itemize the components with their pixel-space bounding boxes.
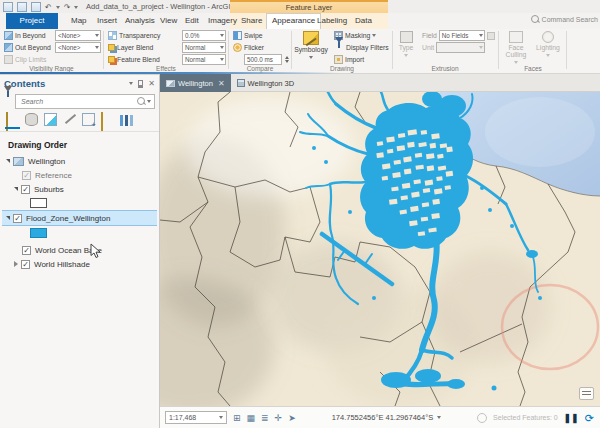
extrusion-field-control[interactable]: Field No Fields: [422, 30, 495, 41]
list-by-data-source-button[interactable]: [25, 113, 38, 126]
masking-label: Masking: [345, 32, 370, 39]
pointer-icon[interactable]: ➤: [288, 413, 296, 423]
tab-view[interactable]: View: [155, 13, 182, 29]
redo-icon[interactable]: ↷: [64, 3, 71, 12]
checkbox-checked-icon[interactable]: [21, 260, 30, 269]
display-filters-icon: [335, 37, 343, 50]
map-status-bar: 1:17,468 ⊞ ▦ ≣ ✛ ➤ 174.7552456°E 41.2967…: [160, 406, 600, 428]
import-button[interactable]: Import: [334, 54, 390, 65]
qat-customize-icon[interactable]: [74, 6, 78, 9]
command-search[interactable]: Command Search: [531, 15, 598, 23]
swipe-button[interactable]: Swipe: [233, 30, 289, 41]
scale-dropdown[interactable]: 1:17,468: [165, 411, 227, 424]
filter-icon: [4, 86, 12, 109]
list-by-snapping-button[interactable]: [82, 113, 95, 126]
new-project-icon[interactable]: [3, 2, 13, 12]
tab-project[interactable]: Project: [6, 13, 58, 29]
contents-search-input[interactable]: [19, 97, 137, 106]
tab-map[interactable]: Map: [66, 13, 92, 29]
tab-labeling[interactable]: Labeling: [312, 13, 352, 29]
extrusion-type-label: Type: [395, 44, 417, 51]
coordinates-readout[interactable]: 174.7552456°E 41.2967464°S: [332, 413, 442, 422]
checkbox-checked-icon[interactable]: [22, 171, 31, 180]
checkbox-checked-icon[interactable]: [13, 214, 22, 223]
map-canvas[interactable]: [160, 92, 600, 406]
tab-share[interactable]: Share: [236, 13, 267, 29]
collapsed-arrow-icon[interactable]: [14, 261, 18, 267]
layer-suburbs[interactable]: Suburbs: [8, 182, 159, 196]
list-by-charts-button[interactable]: [120, 115, 133, 126]
open-project-icon[interactable]: [17, 2, 27, 12]
lighting-icon: [542, 31, 554, 43]
layer-label: World Hillshade: [34, 260, 90, 269]
transparency-dropdown[interactable]: 0.0%: [182, 30, 226, 41]
layer-reference[interactable]: Reference: [16, 168, 159, 182]
flicker-control[interactable]: Flicker: [233, 42, 289, 53]
refresh-icon[interactable]: ⟳: [585, 413, 594, 423]
expand-arrow-icon[interactable]: [6, 159, 10, 163]
layer-label: Flood_Zone_Wellington: [26, 214, 110, 223]
tab-data[interactable]: Data: [350, 13, 377, 29]
suburbs-symbol-swatch[interactable]: [30, 198, 47, 208]
flood-symbol-row[interactable]: [0, 226, 159, 240]
layer-world-hillshade[interactable]: World Hillshade: [8, 257, 159, 271]
checkbox-checked-icon[interactable]: [22, 246, 31, 255]
pane-menu-icon[interactable]: [129, 82, 133, 85]
undo-dropdown-icon[interactable]: [56, 6, 60, 9]
in-beyond-icon: [4, 31, 13, 40]
feature-blend-dropdown[interactable]: Normal: [182, 54, 226, 65]
layer-flood-zone[interactable]: Flood_Zone_Wellington: [2, 210, 157, 226]
crosshair-icon[interactable]: ✛: [275, 413, 283, 423]
coordinates-dropdown-icon: [437, 416, 441, 419]
tab-analysis[interactable]: Analysis: [120, 13, 160, 29]
selected-features-label[interactable]: Selected Features: 0: [493, 414, 558, 421]
clip-limits-label: Clip Limits: [15, 56, 46, 63]
list-icon[interactable]: ≣: [261, 413, 269, 423]
undo-icon[interactable]: ↶: [45, 3, 52, 12]
transparency-control[interactable]: Transparency 0.0%: [108, 30, 226, 41]
arcgis-pro-window: ↶ ↷ Add_data_to_a_project - Wellington -…: [0, 0, 600, 428]
save-project-icon[interactable]: [31, 2, 41, 12]
search-icon: [531, 15, 539, 23]
basemap-icon[interactable]: ▦: [247, 413, 256, 423]
view-tab-wellington-3d[interactable]: Wellington 3D: [231, 74, 301, 92]
extrusion-type-button: Type: [395, 30, 417, 68]
pause-drawing-icon[interactable]: ❚❚: [564, 413, 579, 423]
suburbs-symbol-row[interactable]: [0, 196, 159, 210]
flicker-spinner[interactable]: [285, 56, 289, 64]
coordinates-value: 174.7552456°E 41.2967464°S: [332, 413, 434, 422]
in-beyond-dropdown[interactable]: <None>: [55, 30, 101, 41]
symbology-button[interactable]: Symbology: [294, 30, 328, 68]
extrusion-field-dropdown[interactable]: No Fields: [439, 30, 485, 41]
extent-icon[interactable]: ⊞: [233, 413, 241, 423]
labeling-icon: [101, 112, 103, 131]
layer-blend-value: Normal: [185, 44, 205, 51]
popup-panel-icon[interactable]: [579, 387, 594, 400]
pin-icon[interactable]: [138, 80, 143, 88]
layer-blend-control[interactable]: Layer Blend Normal: [108, 42, 226, 53]
view-tab-wellington[interactable]: Wellington ✕: [160, 74, 231, 92]
ribbon-tab-row: Project Map Insert Analysis View Edit Im…: [0, 13, 600, 30]
feature-blend-control[interactable]: Feature Blend Normal: [108, 54, 226, 65]
checkbox-checked-icon[interactable]: [21, 185, 30, 194]
list-by-labeling-button[interactable]: [101, 113, 114, 126]
tab-edit[interactable]: Edit: [180, 13, 204, 29]
in-beyond-control[interactable]: In Beyond <None>: [4, 30, 101, 41]
layer-world-ocean-base[interactable]: World Ocean Base: [16, 243, 159, 257]
close-icon[interactable]: ✕: [148, 79, 155, 88]
flicker-value-box[interactable]: 500.0 ms: [244, 54, 282, 65]
list-by-editing-button[interactable]: [63, 113, 76, 126]
expand-arrow-icon[interactable]: [6, 216, 10, 220]
layer-blend-dropdown[interactable]: Normal: [182, 42, 226, 53]
tab-insert[interactable]: Insert: [92, 13, 122, 29]
out-beyond-control[interactable]: Out Beyond <None>: [4, 42, 101, 53]
expand-arrow-icon[interactable]: [14, 187, 18, 191]
display-filters-button[interactable]: Display Filters: [334, 42, 390, 53]
contents-search-box[interactable]: [15, 94, 155, 109]
list-by-selection-button[interactable]: [44, 113, 57, 126]
layer-wellington-map[interactable]: Wellington: [0, 154, 159, 168]
close-tab-icon[interactable]: ✕: [218, 79, 225, 88]
flood-symbol-swatch[interactable]: [30, 228, 47, 238]
out-beyond-dropdown[interactable]: <None>: [55, 42, 101, 53]
list-by-drawing-order-button[interactable]: [6, 113, 19, 126]
